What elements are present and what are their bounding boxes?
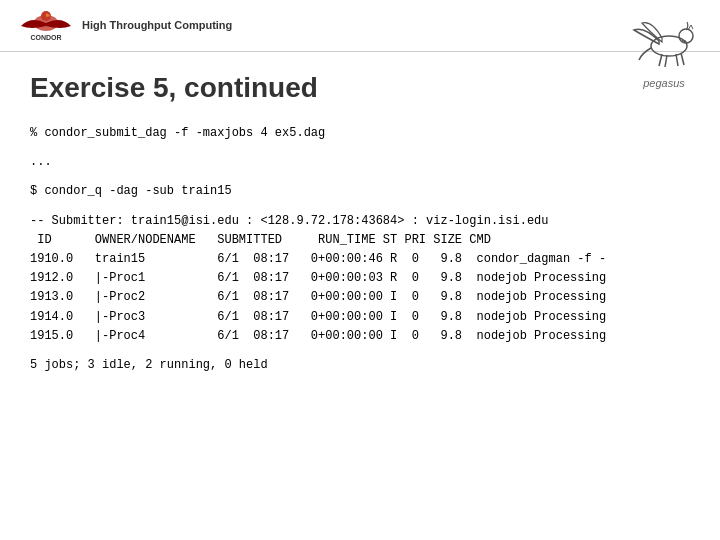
svg-line-5 <box>659 54 662 66</box>
table-row-2: 1912.0 |-Proc1 6/1 08:17 0+00:00:03 R 0 … <box>30 269 690 288</box>
svg-text:CONDOR: CONDOR <box>30 34 61 41</box>
cmd2-line: $ condor_q -dag -sub train15 <box>30 182 690 201</box>
cmd1-line: % condor_submit_dag -f -maxjobs 4 ex5.da… <box>30 124 690 143</box>
table-row-4: 1914.0 |-Proc3 6/1 08:17 0+00:00:00 I 0 … <box>30 308 690 327</box>
table-row-1: 1910.0 train15 6/1 08:17 0+00:00:46 R 0 … <box>30 250 690 269</box>
pegasus-label: pegasus <box>624 77 704 89</box>
code-block: % condor_submit_dag -f -maxjobs 4 ex5.da… <box>30 124 690 375</box>
pegasus-logo-icon <box>624 8 704 73</box>
page-title: Exercise 5, continued <box>30 72 690 104</box>
condor-logo-icon: CONDOR <box>16 8 76 43</box>
svg-line-6 <box>665 55 667 67</box>
logo-subtitle: High Throughput Computing <box>82 19 232 32</box>
table-row-5: 1915.0 |-Proc4 6/1 08:17 0+00:00:00 I 0 … <box>30 327 690 346</box>
main-content: Exercise 5, continued % condor_submit_da… <box>0 52 720 395</box>
header-bar: CONDOR High Throughput Computing <box>0 0 720 52</box>
ellipsis-line: ... <box>30 153 690 172</box>
pegasus-area: pegasus <box>624 8 704 89</box>
table-header-line: ID OWNER/NODENAME SUBMITTED RUN_TIME ST … <box>30 231 690 250</box>
svg-line-8 <box>681 53 684 65</box>
summary-line: 5 jobs; 3 idle, 2 running, 0 held <box>30 356 690 375</box>
svg-line-7 <box>676 54 678 66</box>
condor-logo-area: CONDOR High Throughput Computing <box>16 8 232 43</box>
table-row-3: 1913.0 |-Proc2 6/1 08:17 0+00:00:00 I 0 … <box>30 288 690 307</box>
submitter-line: -- Submitter: train15@isi.edu : <128.9.7… <box>30 212 690 231</box>
